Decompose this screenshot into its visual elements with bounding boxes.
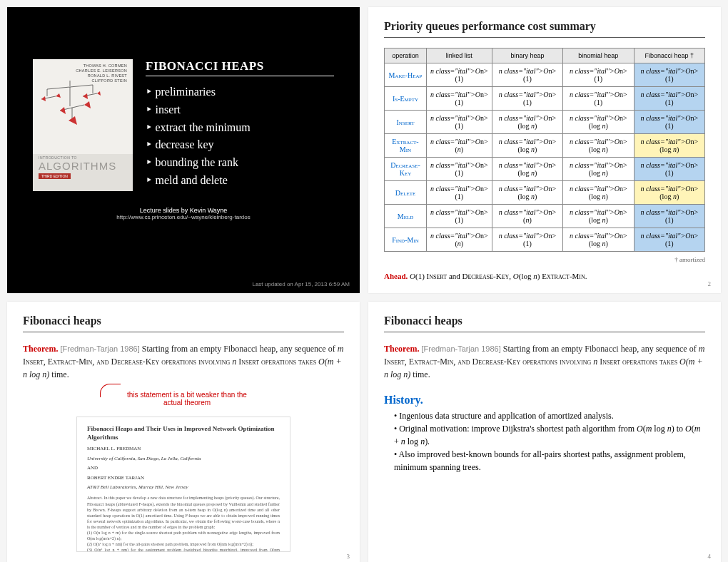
book-cover: THOMAS H. CORMEN CHARLES E. LEISERSON RO…	[33, 59, 133, 191]
amortized-note: † amortized	[384, 256, 705, 263]
hist-item-2: Original motivation: improve Dijkstra's …	[394, 422, 705, 448]
history-list: Ingenious data structure and application…	[384, 409, 705, 474]
slide-title: Fibonacci heaps	[384, 315, 705, 327]
table-row: Make-Heapn class="ital">On>(1)n class="i…	[385, 63, 705, 87]
page-number: 3	[347, 553, 350, 560]
table-row: Insertn class="ital">On>(1)n class="ital…	[385, 111, 705, 134]
topic-list: preliminaries insert extract the minimum…	[146, 83, 334, 190]
last-updated: Last updated on Apr 15, 2013 6:59 AM	[252, 281, 350, 287]
page-number: 2	[708, 280, 712, 287]
performance-table: operationlinked listbinary heapbinomial …	[384, 48, 705, 252]
table-row: Find-Minn class="ital">On>(n)n class="it…	[385, 228, 705, 252]
table-row: Deleten class="ital">On>(1)n class="ital…	[385, 181, 705, 205]
callout-note: this statement is a bit weaker than the …	[123, 391, 251, 407]
paper-excerpt: Fibonacci Heaps and Their Uses in Improv…	[76, 417, 290, 552]
slide-4-history: Fibonacci heaps Theorem. [Fredman-Tarjan…	[368, 302, 721, 562]
theorem-text: Theorem. [Fredman-Tarjan 1986] Starting …	[23, 342, 344, 381]
credit-url: http://www.cs.princeton.edu/~wayne/klein…	[23, 214, 344, 220]
slide-title: Priority queues performance cost summary	[384, 20, 705, 33]
slide-1-title: THOMAS H. CORMEN CHARLES E. LEISERSON RO…	[7, 7, 360, 293]
theorem-text: Theorem. [Fredman-Tarjan 1986] Starting …	[384, 342, 705, 381]
slide-title: Fibonacci heaps	[23, 315, 344, 327]
slide-heading: FIBONACCI HEAPS	[146, 59, 334, 76]
table-row: Decrease-Keyn class="ital">On>(1)n class…	[385, 158, 705, 181]
table-row: Extract-Minn class="ital">On>(n)n class=…	[385, 134, 705, 158]
credit: Lecture slides by Kevin Wayne	[23, 207, 344, 214]
mobile-art	[40, 79, 101, 147]
table-row: Meldn class="ital">On>(1)n class="ital">…	[385, 205, 705, 228]
slide-3-theorem: Fibonacci heaps Theorem. [Fredman-Tarjan…	[7, 302, 360, 562]
ahead-line: Ahead. O(1) Insert and Decrease-Key, O(l…	[384, 272, 705, 280]
history-label: History.	[384, 394, 705, 407]
table-row: Is-Emptyn class="ital">On>(1)n class="it…	[385, 87, 705, 111]
page-number: 4	[708, 553, 712, 560]
slide-2-table: Priority queues performance cost summary…	[368, 7, 721, 293]
